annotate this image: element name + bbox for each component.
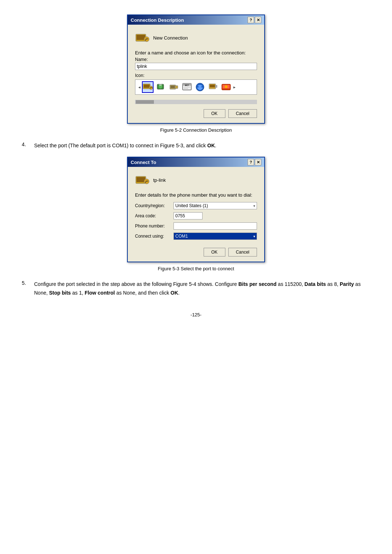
country-select-arrow: ▾	[253, 204, 255, 208]
titlebar-buttons: ? ✕	[248, 17, 261, 23]
dialog2-body: tp-link Enter details for the phone numb…	[128, 167, 264, 262]
dialog1-icon-row: New Connection	[135, 30, 257, 45]
figure1-caption: Figure 5-2 Connection Description	[22, 127, 370, 133]
step4-item: 4. Select the port (The default port is …	[22, 141, 370, 149]
dialog1-ok-button[interactable]: OK	[204, 109, 225, 118]
step5-text-intro: Configure the port selected in the step …	[34, 281, 238, 287]
area-code-input[interactable]	[173, 212, 203, 219]
icon-strip-container: ◄	[135, 79, 257, 95]
icon-item-3[interactable]	[168, 81, 180, 93]
dialog2-titlebar: Connect To ? ✕	[128, 157, 264, 167]
help-button[interactable]: ?	[248, 17, 254, 23]
figure2-caption: Figure 5-3 Select the port to connect	[22, 266, 370, 271]
phone-number-row: Phone number:	[135, 222, 257, 230]
page-number: -125-	[22, 312, 370, 317]
step5-bits-value: as 115200,	[277, 281, 305, 287]
svg-rect-10	[175, 86, 178, 89]
icon-label: Icon:	[135, 73, 257, 78]
step5-text-end: .	[178, 290, 180, 296]
name-label: Name:	[135, 57, 257, 62]
step5-text: Configure the port selected in the step …	[34, 280, 370, 297]
dialog1-connection-name: New Connection	[153, 35, 188, 41]
step5-parity-label: Parity	[340, 281, 354, 287]
step4-text: Select the port (The default port is COM…	[34, 141, 216, 149]
name-input[interactable]	[135, 63, 257, 70]
svg-point-5	[149, 86, 153, 90]
dialog2-cancel-button[interactable]: Cancel	[228, 248, 257, 257]
area-code-label: Area code:	[135, 213, 171, 218]
step5-flow-value: as None, and then click	[115, 290, 171, 296]
connection-description-dialog: Connection Description ? ✕ New Connectio…	[127, 15, 265, 124]
country-label: Country/region:	[135, 203, 171, 208]
svg-point-25	[144, 179, 149, 184]
svg-point-22	[225, 85, 228, 88]
phone-number-value	[173, 222, 257, 230]
com1-select[interactable]: COM1 ▾	[173, 233, 257, 240]
step5-item: 5. Configure the port selected in the st…	[22, 280, 370, 297]
country-select-value: United States (1)	[175, 203, 253, 208]
icon-item-7[interactable]	[220, 81, 232, 93]
step5-stop-bits-label: Stop bits	[49, 290, 71, 296]
icon-item-1[interactable]	[142, 81, 154, 93]
dialog1-body: New Connection Enter a name and choose a…	[128, 25, 264, 123]
dialog1-cancel-button[interactable]: Cancel	[228, 109, 257, 118]
com1-select-value: COM1	[175, 234, 188, 239]
dialog1-buttons: OK Cancel	[135, 109, 257, 118]
horizontal-scrollbar[interactable]	[135, 100, 257, 104]
close-button[interactable]: ✕	[255, 17, 261, 23]
scroll-thumb[interactable]	[136, 100, 154, 104]
svg-text:MCT: MCT	[185, 84, 189, 86]
country-row: Country/region: United States (1) ▾	[135, 202, 257, 209]
scroll-left-icon[interactable]: ◄	[137, 85, 142, 89]
step5-flow-label: Flow control	[85, 290, 115, 296]
phone-number-input[interactable]	[173, 222, 257, 230]
connection-icon	[135, 30, 150, 45]
svg-rect-24	[136, 177, 145, 182]
svg-rect-15	[184, 88, 188, 89]
dialog2-close-button[interactable]: ✕	[255, 159, 261, 165]
page-content: Connection Description ? ✕ New Connectio…	[22, 15, 370, 317]
dialog2-buttons: OK Cancel	[135, 248, 257, 257]
svg-rect-18	[210, 85, 215, 87]
dialog2-connection-icon	[135, 173, 150, 187]
dialog2-icon-row: tp-link	[135, 173, 257, 187]
connect-to-dialog: Connect To ? ✕ tp-link Enter details f	[127, 157, 265, 262]
svg-rect-4	[144, 85, 150, 88]
icon-item-4[interactable]: MCT	[181, 81, 193, 93]
step5-number: 5.	[22, 280, 30, 297]
dialog2-connection-name: tp-link	[153, 177, 166, 183]
step5-data-bits-label: Data bits	[305, 281, 326, 287]
icon-item-6[interactable]	[207, 81, 219, 93]
step5-ok-label: OK	[171, 290, 178, 296]
dialog1-title: Connection Description	[131, 17, 184, 23]
icon-strip: MCT	[142, 81, 232, 93]
scroll-right-icon[interactable]: ►	[232, 85, 237, 89]
step4-ok-bold: OK	[207, 143, 215, 148]
dialog2-titlebar-buttons: ? ✕	[248, 159, 261, 165]
svg-rect-14	[184, 87, 190, 87]
step5-bits-label: Bits per second	[238, 281, 277, 287]
dialog2-ok-button[interactable]: OK	[204, 248, 225, 257]
area-code-row: Area code:	[135, 212, 257, 219]
icon-item-5[interactable]	[194, 81, 206, 93]
icon-item-2[interactable]	[155, 81, 167, 93]
dialog2-help-button[interactable]: ?	[248, 159, 254, 165]
connect-using-label: Connect using:	[135, 234, 171, 239]
dialog1-desc: Enter a name and choose an icon for the …	[135, 50, 257, 56]
step5-data-bits-value: as 8,	[326, 281, 340, 287]
country-select[interactable]: United States (1) ▾	[173, 202, 257, 209]
step5-stop-bits-value: as 1,	[71, 290, 85, 296]
svg-rect-1	[136, 35, 145, 40]
dialog2-desc: Enter details for the phone number that …	[135, 192, 257, 198]
area-code-value	[173, 212, 257, 219]
step4-text-end: .	[215, 143, 216, 148]
step4-number: 4.	[22, 141, 30, 149]
svg-point-7	[159, 85, 162, 89]
svg-rect-9	[171, 86, 175, 88]
step4-text-plain: Select the port (The default port is COM…	[34, 143, 207, 148]
country-value: United States (1) ▾	[173, 202, 257, 209]
com1-select-arrow: ▾	[253, 234, 255, 238]
connect-using-value: COM1 ▾	[173, 233, 257, 240]
phone-number-label: Phone number:	[135, 223, 171, 229]
dialog1-titlebar: Connection Description ? ✕	[128, 15, 264, 25]
